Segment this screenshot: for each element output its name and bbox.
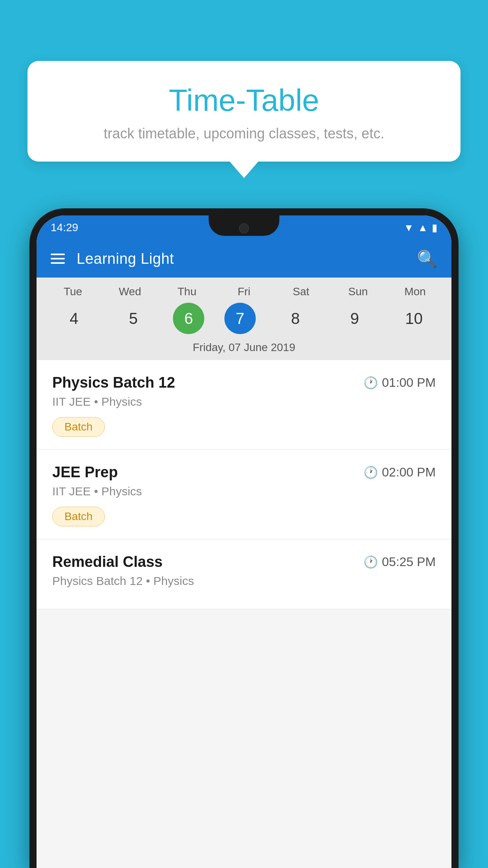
day-header-fri: Fri: [224, 285, 264, 298]
phone-camera: [239, 223, 249, 234]
search-icon[interactable]: 🔍: [417, 249, 437, 268]
schedule-item-3-time: 🕐 05:25 PM: [363, 555, 436, 569]
schedule-item-3-name: Remedial Class: [52, 554, 163, 570]
schedule-item-2-header: JEE Prep 🕐 02:00 PM: [52, 464, 436, 481]
schedule-item-1-header: Physics Batch 12 🕐 01:00 PM: [52, 374, 436, 391]
batch-badge-1: Batch: [52, 417, 105, 437]
day-header-thu: Thu: [167, 285, 207, 298]
schedule-item-3-sub: Physics Batch 12 • Physics: [52, 574, 436, 588]
day-header-sun: Sun: [338, 285, 378, 298]
battery-icon: ▮: [432, 222, 437, 234]
tooltip-card: Time-Table track timetable, upcoming cla…: [28, 61, 460, 162]
day-number-7-selected[interactable]: 7: [224, 303, 256, 334]
schedule-list: Physics Batch 12 🕐 01:00 PM IIT JEE • Ph…: [37, 360, 451, 609]
clock-icon-1: 🕐: [363, 376, 378, 390]
schedule-item-2-time: 🕐 02:00 PM: [363, 465, 436, 480]
status-icons: ▼ ▲ ▮: [404, 222, 437, 234]
phone-frame: 14:29 ▼ ▲ ▮ Learning Light 🔍 Tue Wed Thu: [29, 208, 459, 868]
day-number-8[interactable]: 8: [276, 303, 315, 334]
app-title: Learning Light: [77, 250, 405, 267]
signal-icon: ▲: [418, 222, 428, 234]
schedule-item-1-name: Physics Batch 12: [52, 374, 175, 391]
day-header-tue: Tue: [53, 285, 93, 298]
batch-badge-2: Batch: [52, 507, 105, 526]
phone-screen: 14:29 ▼ ▲ ▮ Learning Light 🔍 Tue Wed Thu: [37, 215, 451, 868]
app-bar: Learning Light 🔍: [37, 240, 451, 278]
day-number-6-today[interactable]: 6: [173, 303, 204, 334]
schedule-item-remedial-class[interactable]: Remedial Class 🕐 05:25 PM Physics Batch …: [37, 539, 451, 609]
schedule-item-3-header: Remedial Class 🕐 05:25 PM: [52, 554, 436, 570]
schedule-item-physics-batch-12[interactable]: Physics Batch 12 🕐 01:00 PM IIT JEE • Ph…: [37, 360, 451, 450]
phone-notch: [209, 215, 279, 236]
tooltip-subtitle: track timetable, upcoming classes, tests…: [51, 125, 437, 142]
selected-date-label: Friday, 07 June 2019: [37, 334, 451, 360]
status-time: 14:29: [51, 221, 78, 234]
schedule-item-jee-prep[interactable]: JEE Prep 🕐 02:00 PM IIT JEE • Physics Ba…: [37, 450, 451, 539]
day-number-4[interactable]: 4: [54, 303, 94, 334]
tooltip-title: Time-Table: [51, 83, 437, 118]
calendar-strip: Tue Wed Thu Fri Sat Sun Mon 4 5 6 7 8 9 …: [37, 278, 451, 360]
clock-icon-2: 🕐: [363, 465, 378, 479]
clock-icon-3: 🕐: [363, 555, 378, 569]
schedule-item-1-time: 🕐 01:00 PM: [363, 375, 436, 390]
day-number-5[interactable]: 5: [114, 303, 153, 334]
day-numbers: 4 5 6 7 8 9 10: [37, 303, 451, 334]
schedule-item-2-sub: IIT JEE • Physics: [52, 485, 436, 498]
day-number-9[interactable]: 9: [335, 303, 374, 334]
day-headers: Tue Wed Thu Fri Sat Sun Mon: [37, 285, 451, 298]
schedule-item-1-sub: IIT JEE • Physics: [52, 395, 436, 408]
hamburger-menu-icon[interactable]: [51, 254, 65, 264]
day-number-10[interactable]: 10: [394, 303, 433, 334]
day-header-wed: Wed: [110, 285, 150, 298]
day-header-sat: Sat: [281, 285, 321, 298]
schedule-item-2-name: JEE Prep: [52, 464, 118, 481]
wifi-icon: ▼: [404, 222, 414, 234]
day-header-mon: Mon: [395, 285, 435, 298]
